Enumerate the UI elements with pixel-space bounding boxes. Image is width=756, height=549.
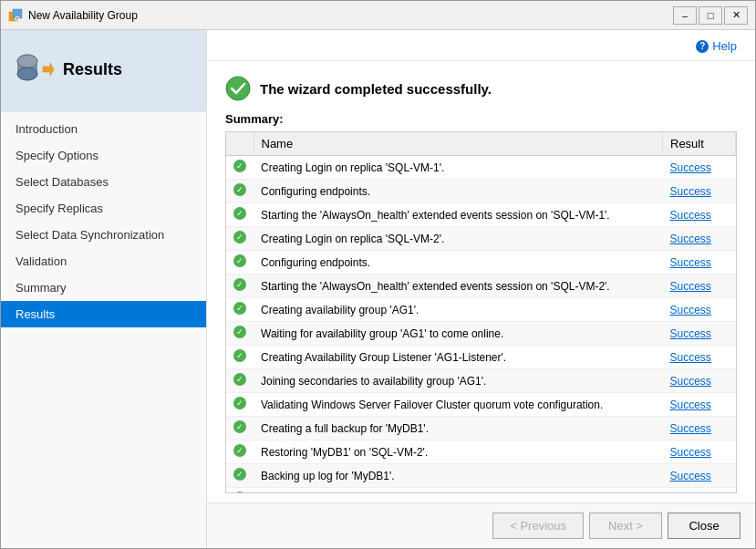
table-row: Configuring endpoints.Success bbox=[226, 251, 736, 274]
row-result[interactable]: Success bbox=[663, 393, 736, 417]
row-status-icon bbox=[226, 488, 254, 494]
col-header-icon bbox=[226, 132, 254, 156]
sidebar-item-specify-options[interactable]: Specify Options bbox=[1, 142, 206, 169]
col-header-result: Result bbox=[663, 132, 736, 156]
main-content: The wizard completed successfully. Summa… bbox=[207, 61, 755, 502]
success-circle-icon bbox=[233, 397, 246, 409]
row-name: Validating Windows Server Failover Clust… bbox=[254, 393, 663, 417]
row-name: Backing up log for 'MyDB1'. bbox=[254, 464, 663, 488]
row-result[interactable]: Success bbox=[663, 464, 736, 488]
row-result[interactable]: Success bbox=[663, 298, 736, 322]
sidebar-item-validation[interactable]: Validation bbox=[1, 248, 206, 274]
row-result[interactable]: Success bbox=[663, 488, 736, 494]
footer: < Previous Next > Close bbox=[207, 502, 755, 548]
row-status-icon bbox=[226, 440, 254, 464]
row-result[interactable]: Success bbox=[663, 369, 736, 393]
row-status-icon bbox=[226, 322, 254, 346]
row-name: Starting the 'AlwaysOn_health' extended … bbox=[254, 274, 663, 298]
row-status-icon bbox=[226, 464, 254, 488]
title-bar-buttons: – □ ✕ bbox=[673, 6, 748, 25]
success-circle-icon bbox=[233, 231, 246, 243]
row-status-icon bbox=[226, 393, 254, 417]
main-window: G New Availability Group – □ ✕ bbox=[0, 0, 756, 549]
table-row: Creating a full backup for 'MyDB1'.Succe… bbox=[226, 417, 736, 440]
sidebar-item-results[interactable]: Results bbox=[1, 301, 206, 327]
row-status-icon bbox=[226, 417, 254, 440]
sidebar-item-select-data-sync[interactable]: Select Data Synchronization bbox=[1, 222, 206, 248]
svg-point-6 bbox=[17, 55, 37, 67]
sidebar-nav: Introduction Specify Options Select Data… bbox=[1, 112, 206, 548]
row-result[interactable]: Success bbox=[663, 156, 736, 180]
success-circle-icon bbox=[233, 492, 246, 493]
row-status-icon bbox=[226, 369, 254, 393]
sidebar-db-icon bbox=[16, 50, 54, 88]
row-result[interactable]: Success bbox=[663, 227, 736, 251]
table-row: Creating Availability Group Listener 'AG… bbox=[226, 346, 736, 369]
title-bar: G New Availability Group – □ ✕ bbox=[1, 1, 755, 30]
title-bar-left: G New Availability Group bbox=[8, 8, 138, 23]
table-row: Restoring 'MyDB1' on 'SQL-VM-2'.Success bbox=[226, 440, 736, 464]
table-row: Starting the 'AlwaysOn_health' extended … bbox=[226, 203, 736, 227]
main-header: ? Help bbox=[207, 30, 755, 61]
col-header-name: Name bbox=[254, 132, 663, 156]
minimize-button[interactable]: – bbox=[673, 6, 697, 25]
row-result[interactable]: Success bbox=[663, 346, 736, 369]
success-circle-icon bbox=[233, 254, 246, 267]
row-name: Starting the 'AlwaysOn_health' extended … bbox=[254, 203, 663, 227]
row-result[interactable]: Success bbox=[663, 274, 736, 298]
window-icon: G bbox=[8, 8, 23, 23]
row-name: Creating Login on replica 'SQL-VM-1'. bbox=[254, 156, 663, 180]
sidebar-item-summary[interactable]: Summary bbox=[1, 274, 206, 301]
success-checkmark-icon bbox=[225, 76, 251, 101]
row-status-icon bbox=[226, 298, 254, 322]
row-name: Creating Availability Group Listener 'AG… bbox=[254, 346, 663, 369]
row-status-icon bbox=[226, 274, 254, 298]
row-result[interactable]: Success bbox=[663, 440, 736, 464]
maximize-button[interactable]: □ bbox=[699, 6, 722, 25]
help-label: Help bbox=[712, 39, 737, 53]
success-circle-icon bbox=[233, 468, 246, 481]
row-result[interactable]: Success bbox=[663, 322, 736, 346]
previous-button[interactable]: < Previous bbox=[492, 513, 584, 539]
sidebar-item-select-databases[interactable]: Select Databases bbox=[1, 169, 206, 195]
row-name: Creating a full backup for 'MyDB1'. bbox=[254, 417, 663, 440]
success-banner: The wizard completed successfully. bbox=[225, 76, 737, 101]
table-row: Backing up log for 'MyDB1'.Success bbox=[226, 464, 736, 488]
help-link[interactable]: ? Help bbox=[696, 39, 737, 53]
row-name: Joining secondaries to availability grou… bbox=[254, 369, 663, 393]
results-table: Name Result Creating Login on replica 'S… bbox=[226, 132, 736, 493]
table-row: Validating Windows Server Failover Clust… bbox=[226, 393, 736, 417]
sidebar-item-introduction[interactable]: Introduction bbox=[1, 116, 206, 142]
sidebar-heading: Results bbox=[63, 60, 122, 79]
success-circle-icon bbox=[233, 183, 246, 196]
success-circle-icon bbox=[233, 302, 246, 315]
close-window-button[interactable]: ✕ bbox=[724, 6, 748, 25]
sidebar-item-specify-replicas[interactable]: Specify Replicas bbox=[1, 195, 206, 222]
help-icon: ? bbox=[696, 40, 709, 53]
row-status-icon bbox=[226, 156, 254, 180]
success-message: The wizard completed successfully. bbox=[260, 81, 492, 97]
row-name: Restoring 'MyDB1' on 'SQL-VM-2'. bbox=[254, 440, 663, 464]
svg-point-5 bbox=[17, 67, 37, 80]
success-circle-icon bbox=[233, 373, 246, 386]
close-button[interactable]: Close bbox=[668, 513, 740, 539]
results-table-body: Creating Login on replica 'SQL-VM-1'.Suc… bbox=[226, 156, 736, 494]
table-row: Configuring endpoints.Success bbox=[226, 180, 736, 203]
row-name: Restoring 'MyDB1' log on 'SQL-VM-2'. bbox=[254, 488, 663, 494]
row-name: Configuring endpoints. bbox=[254, 251, 663, 274]
row-result[interactable]: Success bbox=[663, 180, 736, 203]
table-row: Starting the 'AlwaysOn_health' extended … bbox=[226, 274, 736, 298]
window-title: New Availability Group bbox=[28, 9, 138, 22]
row-result[interactable]: Success bbox=[663, 417, 736, 440]
table-row: Waiting for availability group 'AG1' to … bbox=[226, 322, 736, 346]
table-row: Restoring 'MyDB1' log on 'SQL-VM-2'.Succ… bbox=[226, 488, 736, 494]
row-status-icon bbox=[226, 251, 254, 274]
sidebar-header: Results bbox=[1, 30, 206, 112]
row-result[interactable]: Success bbox=[663, 251, 736, 274]
table-row: Creating availability group 'AG1'.Succes… bbox=[226, 298, 736, 322]
next-button[interactable]: Next > bbox=[589, 513, 662, 539]
success-circle-icon bbox=[233, 278, 246, 291]
results-table-container[interactable]: Name Result Creating Login on replica 'S… bbox=[225, 131, 737, 493]
success-circle-icon bbox=[233, 444, 246, 457]
row-result[interactable]: Success bbox=[663, 203, 736, 227]
